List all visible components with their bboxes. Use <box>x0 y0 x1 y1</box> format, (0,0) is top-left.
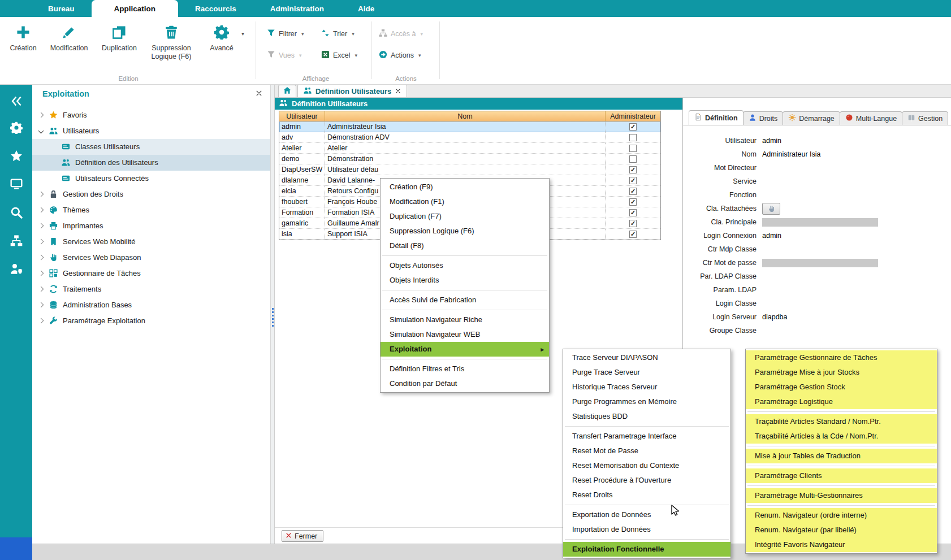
menu-item-parametrage-gestionnaire-de-taches[interactable]: Paramétrage Gestionnaire de Tâches <box>746 350 937 365</box>
menu-item-detail-f8[interactable]: Détail (F8) <box>381 238 549 253</box>
menu-item-exportation-de-donnees[interactable]: Exportation de Données <box>563 507 730 522</box>
menu-item-historique-traces-serveur[interactable]: Historique Traces Serveur <box>563 380 730 394</box>
sidebar-item-imprimantes[interactable]: Imprimantes <box>32 218 270 234</box>
menu-item-transfert-parametrage-interface[interactable]: Transfert Parametrage Interface <box>563 429 730 444</box>
sidebar-item-parametrage-exploitation[interactable]: Paramétrage Exploitation <box>32 313 270 329</box>
tab-close-icon[interactable] <box>395 87 401 95</box>
chevron-right-icon[interactable] <box>38 255 44 261</box>
column-header-administrateur[interactable]: Administrateur <box>606 111 660 121</box>
tab-definition-utilisateurs[interactable]: Définition Utilisateurs <box>297 84 407 97</box>
ribbon-duplication-button[interactable]: Duplication <box>95 17 144 71</box>
menu-item-reset-droits[interactable]: Reset Droits <box>563 488 730 502</box>
chevron-right-icon[interactable] <box>38 192 44 197</box>
menu-item-purge-programmes-en-memoire[interactable]: Purge Programmes en Mémoire <box>563 394 730 409</box>
ribbon-creation-button[interactable]: Création <box>3 17 43 71</box>
menu-item-trace-serveur-diapason[interactable]: Trace Serveur DIAPASON <box>563 350 730 365</box>
admin-checkbox[interactable] <box>629 134 637 141</box>
ribbon-trier-button[interactable]: Trier▾ <box>321 27 355 41</box>
menu-item-reset-memorisation-du-contexte[interactable]: Reset Mémorisation du Contexte <box>563 458 730 473</box>
chevron-right-icon[interactable] <box>38 223 44 229</box>
menu-item-duplication-f7[interactable]: Duplication (F7) <box>381 209 549 224</box>
admin-checkbox[interactable] <box>629 155 637 163</box>
field-value[interactable]: admin <box>762 137 781 145</box>
admin-checkbox[interactable]: ✓ <box>629 231 637 238</box>
ribbon-suppression-button[interactable]: SuppressionLogique (F6) <box>144 17 199 71</box>
admin-checkbox[interactable]: ✓ <box>629 123 637 131</box>
chevron-right-icon[interactable] <box>38 207 44 213</box>
menu-item-objets-autorises[interactable]: Objets Autorisés <box>381 258 549 273</box>
column-header-utilisateur[interactable]: Utilisateur <box>279 111 325 121</box>
menubar-item-bureau[interactable]: Bureau <box>31 0 92 17</box>
sidebar-item-gestion-des-droits[interactable]: Gestion des Droits <box>32 186 270 202</box>
rail-user-shield-icon[interactable] <box>0 257 32 281</box>
menu-item-objets-interdits[interactable]: Objets Interdits <box>381 273 549 288</box>
menu-item-parametrage-clients[interactable]: Paramétrage Clients <box>746 468 937 483</box>
menu-item-reset-mot-de-passe[interactable]: Reset Mot de Passe <box>563 444 730 458</box>
menu-item-parametrage-multi-gestionnaires[interactable]: Paramétrage Multi-Gestionnaires <box>746 488 937 503</box>
chevron-right-icon[interactable] <box>38 112 44 118</box>
chevron-right-icon[interactable] <box>38 286 44 292</box>
menu-item-modification-f1[interactable]: Modification (F1) <box>381 194 549 209</box>
menu-item-simulation-navigateur-riche[interactable]: Simulation Navigateur Riche <box>381 312 549 327</box>
sidebar-item-services-web-mobilite[interactable]: Services Web Mobilité <box>32 234 270 250</box>
menu-item-statistiques-bdd[interactable]: Statistiques BDD <box>563 409 730 424</box>
menu-item-purge-trace-serveur[interactable]: Purge Trace Serveur <box>563 365 730 380</box>
chevron-down-icon[interactable] <box>38 128 44 134</box>
rail-collapse-icon[interactable] <box>0 89 32 113</box>
menu-item-tracabilite-articles-standard-nom-ptr[interactable]: Traçabilité Articles Standard / Nom.Ptr. <box>746 414 937 429</box>
close-icon[interactable] <box>256 90 262 98</box>
column-header-nom[interactable]: Nom <box>325 111 606 121</box>
menubar-item-aide[interactable]: Aide <box>341 0 391 17</box>
admin-checkbox[interactable]: ✓ <box>629 188 637 195</box>
detail-tab-droits[interactable]: Droits <box>743 111 784 125</box>
ribbon-excel-button[interactable]: Excel▾ <box>321 49 357 62</box>
detail-tab-demarrage[interactable]: Démarrage <box>783 111 840 125</box>
sidebar-item-traitements[interactable]: Traitements <box>32 281 270 297</box>
detail-tab-multi-langue[interactable]: Multi-Langue <box>840 111 902 125</box>
menubar-item-raccourcis[interactable]: Raccourcis <box>178 0 253 17</box>
ribbon-filtrer-button[interactable]: Filtrer▾ <box>267 27 304 41</box>
field-value[interactable]: Administrateur Isia <box>762 150 821 158</box>
menu-item-acces-suivi-de-fabrication[interactable]: Accès Suivi de Fabrication <box>381 293 549 307</box>
menu-item-reset-procedure-a-l-ouverture[interactable]: Reset Procédure à l'Ouverture <box>563 473 730 488</box>
ribbon-avance-button[interactable]: Avancé▾ <box>199 17 244 71</box>
rail-gear-icon[interactable] <box>0 116 32 140</box>
menu-item-exploitation[interactable]: Exploitation▸ <box>381 342 549 357</box>
menu-item-parametrage-logistique[interactable]: Paramétrage Logistique <box>746 394 937 409</box>
menubar-item-administration[interactable]: Administration <box>253 0 341 17</box>
menu-item-creation-f9[interactable]: Création (F9) <box>381 180 549 194</box>
fermer-button[interactable]: Fermer <box>282 530 323 542</box>
detail-tab-definition[interactable]: Définition <box>689 110 743 125</box>
ribbon-modification-button[interactable]: Modification <box>43 17 95 71</box>
sidebar-item-administration-bases[interactable]: Administration Bases <box>32 297 270 313</box>
admin-checkbox[interactable]: ✓ <box>629 220 637 227</box>
menubar-item-application[interactable]: Application <box>92 0 179 17</box>
sidebar-item-themes[interactable]: Thèmes <box>32 202 270 218</box>
rail-hierarchy-icon[interactable] <box>0 229 32 253</box>
menu-item-parametrage-mise-a-jour-stocks[interactable]: Paramétrage Mise à jour Stocks <box>746 365 937 380</box>
menu-item-tracabilite-articles-a-la-cde-nom-ptr[interactable]: Traçabilité Articles à la Cde / Nom.Ptr. <box>746 429 937 444</box>
table-row[interactable]: DiapUserSWUtilisateur défau✓ <box>279 164 660 175</box>
field-value[interactable]: diapdba <box>762 313 788 321</box>
sidebar-item-gestionnaire-de-taches[interactable]: Gestionnaire de Tâches <box>32 266 270 281</box>
detail-tab-gestion[interactable]: Gestion <box>902 111 948 125</box>
chevron-right-icon[interactable] <box>38 302 44 308</box>
menu-item-simulation-navigateur-web[interactable]: Simulation Navigateur WEB <box>381 327 549 342</box>
chevron-right-icon[interactable] <box>38 271 44 276</box>
sidebar-item-classes-utilisateurs[interactable]: Classes Utilisateurs <box>32 139 270 155</box>
sidebar-item-services-web-diapason[interactable]: Services Web Diapason <box>32 250 270 266</box>
sidebar-item-utilisateurs[interactable]: Utilisateurs <box>32 123 270 139</box>
ribbon-actions-button[interactable]: Actions▾ <box>379 49 421 62</box>
home-tab[interactable] <box>278 85 296 97</box>
menu-item-renum-navigateur-par-libelle[interactable]: Renum. Navigateur (par libellé) <box>746 523 937 537</box>
admin-checkbox[interactable] <box>629 145 637 152</box>
table-row[interactable]: adminAdministrateur Isia✓ <box>279 121 660 132</box>
field-value[interactable]: admin <box>762 232 781 240</box>
menu-item-integrite-favoris-navigateur[interactable]: Intégrité Favoris Navigateur <box>746 537 937 552</box>
admin-checkbox[interactable]: ✓ <box>629 166 637 173</box>
table-row[interactable]: AtelierAtelier <box>279 143 660 154</box>
admin-checkbox[interactable]: ✓ <box>629 209 637 216</box>
menu-item-suppression-logique-f6[interactable]: Suppression Logique (F6) <box>381 224 549 238</box>
table-row[interactable]: advDémonstration ADV <box>279 132 660 143</box>
rail-search-icon[interactable] <box>0 201 32 224</box>
